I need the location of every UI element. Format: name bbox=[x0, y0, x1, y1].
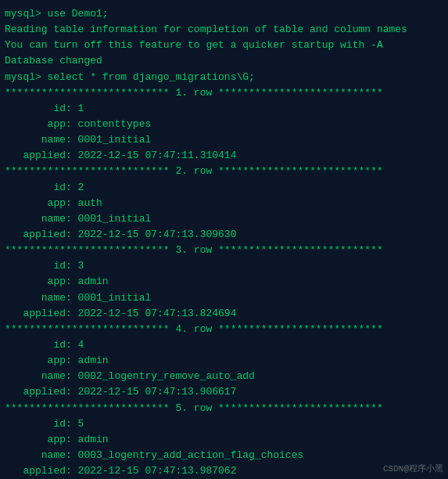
terminal-line-25: applied: 2022-12-15 07:47:13.906617 bbox=[5, 384, 443, 400]
terminal-line-2: You can turn off this feature to get a q… bbox=[5, 38, 443, 53]
terminal-line-0: mysql> use Demo1; bbox=[5, 6, 443, 22]
terminal-line-6: *************************** 1. row *****… bbox=[5, 85, 443, 101]
terminal-line-26: *************************** 5. row *****… bbox=[5, 401, 443, 416]
terminal-line-7: id: 1 bbox=[5, 101, 443, 117]
terminal-line-29: name: 0003_logentry_add_action_flag_choi… bbox=[5, 448, 443, 463]
terminal-line-23: app: admin bbox=[5, 353, 443, 369]
terminal-line-11: *************************** 2. row *****… bbox=[5, 164, 443, 179]
terminal-window: mysql> use Demo1;Reading table informati… bbox=[0, 0, 448, 479]
terminal-line-22: id: 4 bbox=[5, 337, 443, 353]
terminal-line-16: *************************** 3. row *****… bbox=[5, 243, 443, 258]
terminal-line-5: mysql> select * from django_migrations\G… bbox=[5, 70, 443, 85]
terminal-line-8: app: contenttypes bbox=[5, 117, 443, 132]
terminal-line-1: Reading table information for completion… bbox=[5, 22, 443, 38]
terminal-line-4: Database changed bbox=[5, 53, 443, 69]
terminal-line-19: name: 0001_initial bbox=[5, 290, 443, 306]
terminal-line-30: applied: 2022-12-15 07:47:13.987062 bbox=[5, 463, 443, 479]
terminal-line-13: app: auth bbox=[5, 196, 443, 211]
terminal-line-18: app: admin bbox=[5, 274, 443, 290]
terminal-line-28: app: admin bbox=[5, 432, 443, 448]
terminal-line-15: applied: 2022-12-15 07:47:13.309630 bbox=[5, 227, 443, 243]
terminal-line-14: name: 0001_initial bbox=[5, 211, 443, 227]
terminal-line-9: name: 0001_initial bbox=[5, 132, 443, 148]
watermark: CSDN@程序小黑 bbox=[383, 463, 443, 474]
terminal-line-10: applied: 2022-12-15 07:47:11.310414 bbox=[5, 148, 443, 164]
terminal-line-12: id: 2 bbox=[5, 180, 443, 196]
terminal-line-27: id: 5 bbox=[5, 416, 443, 432]
terminal-line-17: id: 3 bbox=[5, 258, 443, 274]
terminal-line-20: applied: 2022-12-15 07:47:13.824694 bbox=[5, 306, 443, 322]
terminal-line-21: *************************** 4. row *****… bbox=[5, 322, 443, 337]
terminal-line-24: name: 0002_logentry_remove_auto_add bbox=[5, 369, 443, 384]
